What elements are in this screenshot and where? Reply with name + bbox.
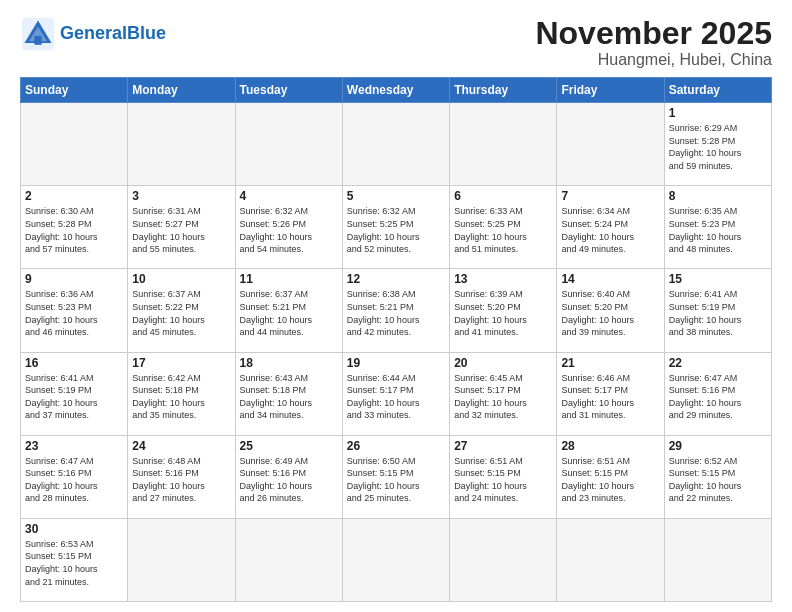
day-info: Sunrise: 6:30 AM Sunset: 5:28 PM Dayligh… xyxy=(25,205,123,255)
day-info: Sunrise: 6:32 AM Sunset: 5:26 PM Dayligh… xyxy=(240,205,338,255)
table-row: 15Sunrise: 6:41 AM Sunset: 5:19 PM Dayli… xyxy=(664,269,771,352)
day-info: Sunrise: 6:40 AM Sunset: 5:20 PM Dayligh… xyxy=(561,288,659,338)
header: GeneralBlue November 2025 Huangmei, Hube… xyxy=(20,16,772,69)
header-monday: Monday xyxy=(128,78,235,103)
day-info: Sunrise: 6:52 AM Sunset: 5:15 PM Dayligh… xyxy=(669,455,767,505)
table-row: 12Sunrise: 6:38 AM Sunset: 5:21 PM Dayli… xyxy=(342,269,449,352)
table-row xyxy=(664,518,771,601)
table-row xyxy=(235,103,342,186)
table-row: 29Sunrise: 6:52 AM Sunset: 5:15 PM Dayli… xyxy=(664,435,771,518)
day-number: 18 xyxy=(240,356,338,370)
day-number: 29 xyxy=(669,439,767,453)
page: GeneralBlue November 2025 Huangmei, Hube… xyxy=(0,0,792,612)
day-number: 20 xyxy=(454,356,552,370)
day-info: Sunrise: 6:31 AM Sunset: 5:27 PM Dayligh… xyxy=(132,205,230,255)
day-number: 8 xyxy=(669,189,767,203)
day-info: Sunrise: 6:47 AM Sunset: 5:16 PM Dayligh… xyxy=(669,372,767,422)
day-number: 24 xyxy=(132,439,230,453)
day-number: 22 xyxy=(669,356,767,370)
day-number: 4 xyxy=(240,189,338,203)
table-row: 1Sunrise: 6:29 AM Sunset: 5:28 PM Daylig… xyxy=(664,103,771,186)
day-info: Sunrise: 6:47 AM Sunset: 5:16 PM Dayligh… xyxy=(25,455,123,505)
svg-rect-3 xyxy=(34,36,41,45)
table-row: 11Sunrise: 6:37 AM Sunset: 5:21 PM Dayli… xyxy=(235,269,342,352)
day-info: Sunrise: 6:32 AM Sunset: 5:25 PM Dayligh… xyxy=(347,205,445,255)
table-row: 25Sunrise: 6:49 AM Sunset: 5:16 PM Dayli… xyxy=(235,435,342,518)
table-row: 30Sunrise: 6:53 AM Sunset: 5:15 PM Dayli… xyxy=(21,518,128,601)
day-info: Sunrise: 6:39 AM Sunset: 5:20 PM Dayligh… xyxy=(454,288,552,338)
day-info: Sunrise: 6:42 AM Sunset: 5:18 PM Dayligh… xyxy=(132,372,230,422)
table-row: 28Sunrise: 6:51 AM Sunset: 5:15 PM Dayli… xyxy=(557,435,664,518)
day-number: 21 xyxy=(561,356,659,370)
table-row: 19Sunrise: 6:44 AM Sunset: 5:17 PM Dayli… xyxy=(342,352,449,435)
table-row: 5Sunrise: 6:32 AM Sunset: 5:25 PM Daylig… xyxy=(342,186,449,269)
day-number: 28 xyxy=(561,439,659,453)
day-info: Sunrise: 6:51 AM Sunset: 5:15 PM Dayligh… xyxy=(454,455,552,505)
day-info: Sunrise: 6:38 AM Sunset: 5:21 PM Dayligh… xyxy=(347,288,445,338)
table-row xyxy=(21,103,128,186)
day-number: 7 xyxy=(561,189,659,203)
calendar-row: 23Sunrise: 6:47 AM Sunset: 5:16 PM Dayli… xyxy=(21,435,772,518)
table-row: 2Sunrise: 6:30 AM Sunset: 5:28 PM Daylig… xyxy=(21,186,128,269)
header-sunday: Sunday xyxy=(21,78,128,103)
header-wednesday: Wednesday xyxy=(342,78,449,103)
table-row: 18Sunrise: 6:43 AM Sunset: 5:18 PM Dayli… xyxy=(235,352,342,435)
table-row xyxy=(450,518,557,601)
table-row: 27Sunrise: 6:51 AM Sunset: 5:15 PM Dayli… xyxy=(450,435,557,518)
day-number: 26 xyxy=(347,439,445,453)
day-number: 17 xyxy=(132,356,230,370)
table-row: 3Sunrise: 6:31 AM Sunset: 5:27 PM Daylig… xyxy=(128,186,235,269)
day-info: Sunrise: 6:33 AM Sunset: 5:25 PM Dayligh… xyxy=(454,205,552,255)
table-row: 10Sunrise: 6:37 AM Sunset: 5:22 PM Dayli… xyxy=(128,269,235,352)
table-row xyxy=(342,518,449,601)
day-number: 3 xyxy=(132,189,230,203)
day-info: Sunrise: 6:41 AM Sunset: 5:19 PM Dayligh… xyxy=(25,372,123,422)
day-info: Sunrise: 6:45 AM Sunset: 5:17 PM Dayligh… xyxy=(454,372,552,422)
day-info: Sunrise: 6:36 AM Sunset: 5:23 PM Dayligh… xyxy=(25,288,123,338)
table-row: 16Sunrise: 6:41 AM Sunset: 5:19 PM Dayli… xyxy=(21,352,128,435)
day-info: Sunrise: 6:34 AM Sunset: 5:24 PM Dayligh… xyxy=(561,205,659,255)
table-row: 9Sunrise: 6:36 AM Sunset: 5:23 PM Daylig… xyxy=(21,269,128,352)
day-info: Sunrise: 6:49 AM Sunset: 5:16 PM Dayligh… xyxy=(240,455,338,505)
day-number: 25 xyxy=(240,439,338,453)
table-row xyxy=(235,518,342,601)
calendar-subtitle: Huangmei, Hubei, China xyxy=(535,51,772,69)
day-number: 15 xyxy=(669,272,767,286)
logo-general: General xyxy=(60,23,127,43)
day-info: Sunrise: 6:37 AM Sunset: 5:22 PM Dayligh… xyxy=(132,288,230,338)
calendar-title: November 2025 xyxy=(535,16,772,51)
day-number: 5 xyxy=(347,189,445,203)
day-info: Sunrise: 6:44 AM Sunset: 5:17 PM Dayligh… xyxy=(347,372,445,422)
table-row xyxy=(450,103,557,186)
day-info: Sunrise: 6:50 AM Sunset: 5:15 PM Dayligh… xyxy=(347,455,445,505)
table-row xyxy=(128,103,235,186)
header-thursday: Thursday xyxy=(450,78,557,103)
day-number: 16 xyxy=(25,356,123,370)
calendar-row: 16Sunrise: 6:41 AM Sunset: 5:19 PM Dayli… xyxy=(21,352,772,435)
title-block: November 2025 Huangmei, Hubei, China xyxy=(535,16,772,69)
table-row: 4Sunrise: 6:32 AM Sunset: 5:26 PM Daylig… xyxy=(235,186,342,269)
table-row xyxy=(342,103,449,186)
day-number: 2 xyxy=(25,189,123,203)
day-number: 19 xyxy=(347,356,445,370)
table-row: 26Sunrise: 6:50 AM Sunset: 5:15 PM Dayli… xyxy=(342,435,449,518)
header-saturday: Saturday xyxy=(664,78,771,103)
day-info: Sunrise: 6:46 AM Sunset: 5:17 PM Dayligh… xyxy=(561,372,659,422)
table-row: 14Sunrise: 6:40 AM Sunset: 5:20 PM Dayli… xyxy=(557,269,664,352)
day-number: 23 xyxy=(25,439,123,453)
table-row: 6Sunrise: 6:33 AM Sunset: 5:25 PM Daylig… xyxy=(450,186,557,269)
day-info: Sunrise: 6:35 AM Sunset: 5:23 PM Dayligh… xyxy=(669,205,767,255)
logo-icon xyxy=(20,16,56,52)
header-tuesday: Tuesday xyxy=(235,78,342,103)
calendar-table: Sunday Monday Tuesday Wednesday Thursday… xyxy=(20,77,772,602)
header-friday: Friday xyxy=(557,78,664,103)
day-number: 6 xyxy=(454,189,552,203)
table-row: 8Sunrise: 6:35 AM Sunset: 5:23 PM Daylig… xyxy=(664,186,771,269)
day-number: 13 xyxy=(454,272,552,286)
table-row: 23Sunrise: 6:47 AM Sunset: 5:16 PM Dayli… xyxy=(21,435,128,518)
calendar-row: 30Sunrise: 6:53 AM Sunset: 5:15 PM Dayli… xyxy=(21,518,772,601)
calendar-row: 9Sunrise: 6:36 AM Sunset: 5:23 PM Daylig… xyxy=(21,269,772,352)
day-info: Sunrise: 6:51 AM Sunset: 5:15 PM Dayligh… xyxy=(561,455,659,505)
day-info: Sunrise: 6:48 AM Sunset: 5:16 PM Dayligh… xyxy=(132,455,230,505)
table-row: 13Sunrise: 6:39 AM Sunset: 5:20 PM Dayli… xyxy=(450,269,557,352)
